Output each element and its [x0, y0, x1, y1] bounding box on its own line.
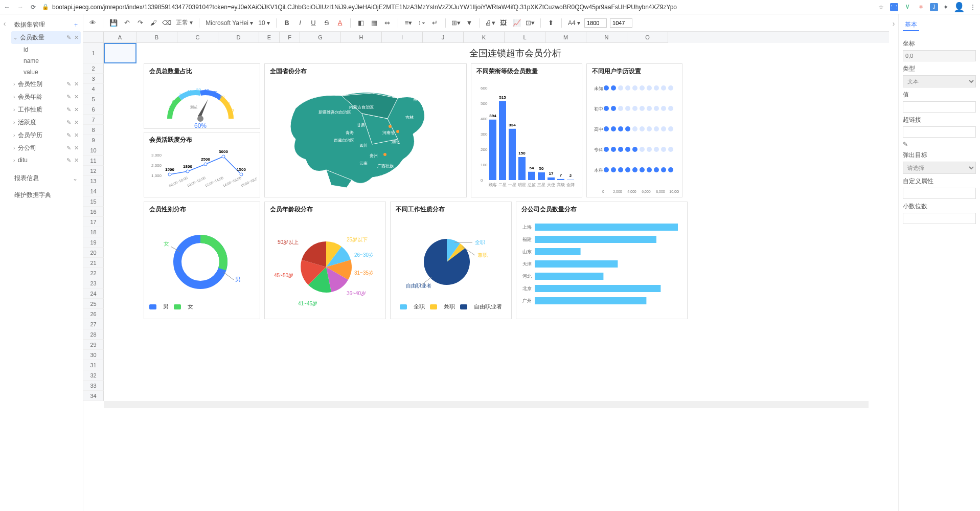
strike-icon[interactable]: S — [322, 18, 332, 28]
report-info[interactable]: 报表信息 — [14, 174, 39, 183]
type-select[interactable]: 文本 — [903, 75, 976, 87]
align-icon[interactable]: ≡▾ — [403, 18, 414, 28]
row-header[interactable]: 13 — [83, 176, 104, 186]
tree-sub-item[interactable]: name — [11, 55, 81, 66]
clear-format-icon[interactable]: ⌫ — [162, 18, 172, 28]
row-header[interactable]: 23 — [83, 278, 104, 288]
row-header[interactable]: 22 — [83, 268, 104, 278]
horizontal-scrollbar[interactable] — [104, 401, 869, 408]
col-header[interactable]: E — [259, 32, 280, 43]
row-header[interactable]: 2 — [83, 63, 104, 74]
tree-item[interactable]: › 活跃度✎✕ — [11, 116, 81, 129]
dotedu-card[interactable]: 不同用户学历设置 未知初中高中专科本科02,0004,0006,0008,000… — [586, 63, 682, 197]
row-header[interactable]: 21 — [83, 258, 104, 268]
coord-input[interactable] — [903, 50, 976, 61]
row-header[interactable]: 30 — [83, 350, 104, 360]
tree-item[interactable]: › 工作性质✎✕ — [11, 103, 81, 116]
save-icon[interactable]: 💾 — [108, 18, 119, 28]
upload-icon[interactable]: ⬆ — [546, 18, 556, 28]
row-header[interactable]: 12 — [83, 166, 104, 176]
tree-item[interactable]: › 分公司✎✕ — [11, 142, 81, 154]
paper-select[interactable]: A4 ▾ — [567, 18, 581, 28]
row-header[interactable]: 18 — [83, 227, 104, 237]
menu-icon[interactable]: ⋮ — [970, 4, 976, 11]
component-icon[interactable]: ⊡▾ — [525, 18, 535, 28]
gender-card[interactable]: 会员性别分布 男 女 男 女 — [144, 202, 260, 319]
underline-icon[interactable]: U — [308, 18, 318, 28]
barlevel-card[interactable]: 不同荣衔等级会员数量 0100200300400500600394顾客515二星… — [471, 63, 582, 197]
font-select[interactable]: Microsoft YaHei ▾ — [204, 18, 254, 28]
row-header[interactable]: 16 — [83, 207, 104, 217]
height-input[interactable] — [610, 18, 632, 28]
row-header[interactable]: 27 — [83, 319, 104, 329]
row-header[interactable]: 26 — [83, 309, 104, 319]
tree-sub-item[interactable]: id — [11, 44, 81, 55]
chart-icon[interactable]: 📈 — [512, 18, 522, 28]
col-header[interactable]: B — [136, 32, 177, 43]
tree-item[interactable]: ⌄ 会员数量✎✕ — [11, 31, 81, 44]
back-icon[interactable]: ← — [4, 4, 10, 11]
row-header[interactable]: 32 — [83, 370, 104, 381]
col-header[interactable]: L — [505, 32, 545, 43]
delete-icon[interactable]: ✕ — [74, 132, 79, 139]
forward-icon[interactable]: → — [17, 4, 24, 11]
row-header[interactable]: 9 — [83, 135, 104, 145]
edit-icon[interactable]: ✎ — [66, 145, 71, 151]
edit-icon[interactable]: ✎ — [66, 106, 71, 113]
row-header[interactable]: 14 — [83, 186, 104, 196]
col-header[interactable]: O — [627, 32, 668, 43]
add-dataset-icon[interactable]: + — [74, 21, 78, 29]
row-header[interactable]: 29 — [83, 340, 104, 350]
col-header[interactable]: A — [104, 32, 136, 43]
profile-icon[interactable]: 👤 — [953, 2, 965, 13]
tree-item[interactable]: › ditu✎✕ — [11, 154, 81, 166]
collapse-left-icon[interactable]: ‹ — [0, 14, 9, 511]
poptarget-select[interactable]: 请选择 — [903, 162, 976, 174]
tree-item[interactable]: › 会员学历✎✕ — [11, 129, 81, 142]
edit-icon[interactable]: ✎ — [66, 157, 71, 164]
edit-icon[interactable]: ✎ — [66, 94, 71, 100]
merge-icon[interactable]: ⇔ — [382, 18, 393, 28]
ext-icon[interactable]: J — [930, 3, 938, 11]
row-header[interactable]: 19 — [83, 237, 104, 248]
data-dict[interactable]: 维护数据字典 — [14, 191, 51, 199]
row-header[interactable]: 8 — [83, 125, 104, 135]
ext-icon[interactable]: ⚛ — [917, 3, 925, 11]
col-header[interactable]: D — [218, 32, 259, 43]
col-header[interactable]: J — [423, 32, 464, 43]
delete-icon[interactable]: ✕ — [74, 106, 79, 113]
activity-card[interactable]: 会员活跃度分布 3,000 2,000 1,000 1500 1800 2500 — [144, 132, 260, 197]
row-header[interactable]: 17 — [83, 217, 104, 227]
col-header[interactable]: C — [177, 32, 218, 43]
row-header[interactable]: 24 — [83, 288, 104, 299]
col-header[interactable]: K — [464, 32, 505, 43]
col-header[interactable]: N — [586, 32, 627, 43]
age-card[interactable]: 会员年龄段分布 — [264, 202, 386, 319]
gauge-card[interactable]: 会员总数量占比 1020 304050 6070 — [144, 63, 260, 129]
star-icon[interactable]: ☆ — [878, 4, 884, 11]
link-input[interactable] — [903, 126, 976, 138]
decimal-input[interactable] — [903, 213, 976, 224]
preview-icon[interactable]: 👁 — [87, 18, 98, 28]
row-header[interactable]: 3 — [83, 74, 104, 84]
chevron-down-icon[interactable]: ⌄ — [73, 175, 78, 182]
italic-icon[interactable]: I — [295, 18, 305, 28]
work-card[interactable]: 不同工作性质分布 全职 兼职 自由职业者 — [390, 202, 512, 319]
image-icon[interactable]: 🖼 — [498, 18, 509, 28]
custom-input[interactable] — [903, 188, 976, 199]
edit-icon[interactable]: ✎ — [66, 81, 71, 87]
wrap-icon[interactable]: ↵ — [430, 18, 440, 28]
redo-icon[interactable]: ↷ — [135, 18, 145, 28]
url-bar[interactable]: 🔒 bootapi.jeecg.com/jmreport/index/13398… — [42, 4, 872, 11]
fill-icon[interactable]: ◧ — [356, 18, 366, 28]
row-header[interactable]: 28 — [83, 329, 104, 340]
filter-icon[interactable]: ▼ — [464, 18, 474, 28]
col-header[interactable]: F — [280, 32, 300, 43]
font-color-icon[interactable]: A — [335, 18, 345, 28]
brush-icon[interactable]: 🖌 — [148, 18, 158, 28]
tree-sub-item[interactable]: value — [11, 66, 81, 78]
tab-basic[interactable]: 基本 — [903, 19, 919, 31]
map-card[interactable]: 全国省份分布 黑龙江省 新疆维吾尔自治区 内蒙古自治区 — [264, 63, 467, 197]
undo-icon[interactable]: ↶ — [122, 18, 132, 28]
puzzle-icon[interactable]: ✦ — [943, 4, 948, 11]
